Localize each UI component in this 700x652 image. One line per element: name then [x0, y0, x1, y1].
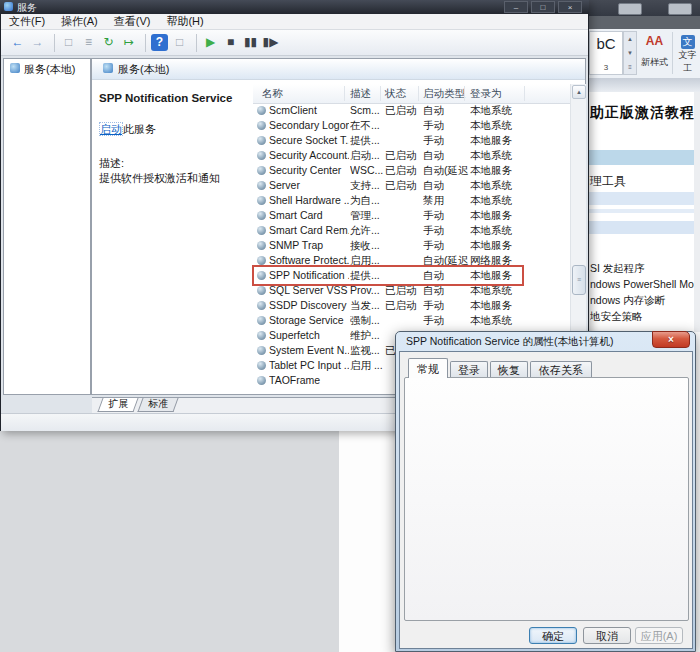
ribbon-bottom-band [585, 78, 700, 92]
gallery-down-icon[interactable]: ▼ [627, 50, 633, 56]
services-titlebar[interactable] [0, 0, 589, 14]
text-tool-button[interactable]: 文 文字工 [675, 31, 700, 75]
column-separator[interactable] [380, 86, 381, 101]
view-tab-standard[interactable]: 标准 [137, 398, 178, 412]
service-icon [257, 211, 266, 220]
stop-service-icon[interactable]: ■ [222, 34, 239, 51]
column-header[interactable]: 描述 [350, 87, 371, 101]
document-list-item: ndows 内存诊断 [590, 294, 700, 308]
service-icon [257, 301, 266, 310]
scroll-up-icon[interactable]: ▲ [572, 85, 586, 99]
start-service-icon[interactable]: ▶ [202, 34, 219, 51]
style-gallery-scroll[interactable]: ▲ ▼ ≡ [623, 31, 637, 75]
column-separator[interactable] [524, 86, 525, 101]
menu-help[interactable]: 帮助(H) [158, 14, 211, 29]
dialog-tab-0[interactable]: 常规 [408, 358, 448, 378]
service-icon [257, 136, 266, 145]
dialog-close-button[interactable]: × [652, 331, 690, 348]
toolbar: ←→□≡↻↦?□▶■▮▮▮▶ [1, 30, 588, 56]
close-button[interactable]: × [558, 1, 582, 13]
service-icon [257, 181, 266, 190]
word-quickaccess-icon[interactable] [618, 3, 642, 15]
column-header[interactable]: 登录为 [470, 87, 502, 101]
start-service-link[interactable]: 启动 [99, 122, 123, 136]
dialog-ok-button[interactable]: 确定 [529, 627, 577, 644]
toolbar-separator [145, 34, 146, 52]
pane-header-label: 服务(本地) [118, 62, 169, 77]
column-header[interactable]: 名称 [262, 87, 283, 101]
description-text: 提供软件授权激活和通知 [99, 171, 249, 186]
column-separator[interactable] [464, 86, 465, 101]
column-separator[interactable] [344, 86, 345, 101]
pause-service-icon[interactable]: ▮▮ [242, 34, 259, 51]
maximize-button[interactable]: □ [531, 1, 555, 13]
pane-header-icon [103, 63, 113, 73]
service-row[interactable]: Secure Socket T... 提供... 手动 本地服务 [253, 133, 570, 148]
dialog-apply-button[interactable]: 应用(A) [635, 627, 683, 644]
menu-view[interactable]: 查看(V) [106, 14, 159, 29]
properties-dialog: SPP Notification Service 的属性(本地计算机) × 常规… [395, 331, 696, 652]
start-service-suffix: 此服务 [123, 123, 156, 135]
service-row[interactable]: Secondary Logon 在不... 手动 本地系统 [253, 118, 570, 133]
column-separator[interactable] [418, 86, 419, 101]
gallery-up-icon[interactable]: ▲ [627, 36, 633, 42]
description-label: 描述: [99, 156, 124, 171]
help-icon[interactable]: ? [151, 34, 168, 51]
service-row[interactable]: Security Center WSC... 已启动 自动(延迟... 本地服务 [253, 163, 570, 178]
service-row[interactable]: SNMP Trap 接收... 手动 本地服务 [253, 238, 570, 253]
document-table-label: 理工具 [590, 173, 626, 190]
view-tab-extended[interactable]: 扩展 [97, 398, 138, 412]
dialog-tab-2[interactable]: 恢复 [490, 361, 528, 377]
service-icon [257, 286, 266, 295]
tab-page-general [404, 377, 689, 621]
restart-service-icon[interactable]: ▮▶ [262, 34, 279, 51]
snapshot-icon[interactable]: □ [171, 34, 188, 51]
gallery-more-icon[interactable]: ≡ [628, 64, 632, 70]
minimize-button[interactable]: – [504, 1, 528, 13]
document-list-item: SI 发起程序 [590, 262, 700, 276]
service-row[interactable]: Security Account... 启动... 已启动 自动 本地系统 [253, 148, 570, 163]
dialog-cancel-button[interactable]: 取消 [583, 627, 631, 644]
document-band [588, 192, 700, 205]
style-preview-text: bC [596, 35, 615, 52]
service-icon [257, 376, 266, 385]
document-heading: 助正版激活教程 [590, 104, 700, 122]
document-list-item: 地安全策略 [590, 310, 700, 324]
back-icon[interactable]: ← [9, 34, 26, 51]
text-tool-icon: 文 [681, 35, 695, 49]
service-row[interactable]: Smart Card Rem... 允许... 手动 本地系统 [253, 223, 570, 238]
selected-service-title: SPP Notification Service [99, 92, 251, 104]
service-row[interactable]: Server 支持... 已启动 自动 本地系统 [253, 178, 570, 193]
service-row[interactable]: Shell Hardware ... 为自... 禁用 本地系统 [253, 193, 570, 208]
service-row[interactable]: ScmClient Scm... 已启动 自动 本地系统 [253, 103, 570, 118]
ribbon-separator [672, 32, 673, 74]
service-icon [257, 166, 266, 175]
document-scrollbar[interactable] [694, 92, 700, 332]
dialog-tab-3[interactable]: 依存关系 [530, 361, 592, 377]
start-service-line: 启动此服务 [99, 122, 156, 137]
dialog-title: SPP Notification Service 的属性(本地计算机) [406, 335, 646, 349]
service-row[interactable]: SSDP Discovery 当发... 已启动 手动 本地服务 [253, 298, 570, 313]
service-icon [257, 226, 266, 235]
text-tool-label: 文字工 [675, 49, 700, 75]
tree-item-services-local[interactable]: 服务(本地) [24, 62, 75, 77]
service-icon [257, 106, 266, 115]
word-quickaccess-icon[interactable] [668, 3, 692, 15]
export-list-icon[interactable]: ≡ [80, 34, 97, 51]
show-tree-icon[interactable]: □ [60, 34, 77, 51]
menu-file[interactable]: 文件(F) [1, 14, 53, 29]
service-icon [257, 361, 266, 370]
column-header[interactable]: 状态 [385, 87, 406, 101]
service-row[interactable]: Smart Card 管理... 手动 本地服务 [253, 208, 570, 223]
forward-icon[interactable]: → [29, 34, 46, 51]
column-header[interactable]: 启动类型 [423, 87, 465, 101]
style-gallery-item[interactable]: bC 3 [589, 31, 623, 75]
dialog-tab-1[interactable]: 登录 [450, 361, 488, 377]
new-style-button[interactable]: AA 新样式 [638, 31, 671, 75]
menu-action[interactable]: 操作(A) [53, 14, 106, 29]
scrollbar-thumb[interactable]: ≡ [572, 265, 586, 295]
export-icon[interactable]: ↦ [120, 34, 137, 51]
service-row[interactable]: Storage Service 强制... 手动 本地系统 [253, 313, 570, 328]
service-icon [257, 121, 266, 130]
refresh-icon[interactable]: ↻ [100, 34, 117, 51]
